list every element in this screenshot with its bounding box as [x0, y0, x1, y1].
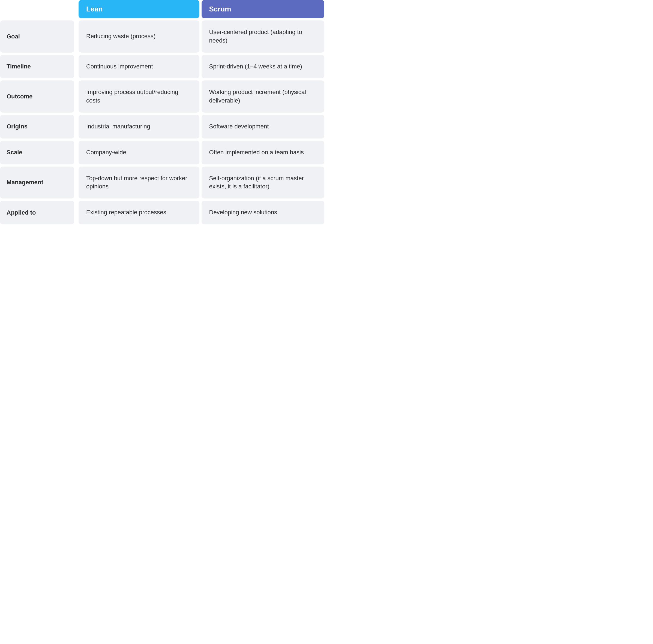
data-row-6: Applied to Existing repeatable processes…: [0, 201, 326, 224]
lean-cell-4: Company-wide: [78, 141, 199, 165]
scrum-cell-6: Developing new solutions: [201, 201, 324, 224]
scrum-cell-5: Self-organization (if a scrum master exi…: [201, 167, 324, 199]
scrum-value-1: Sprint-driven (1–4 weeks at a time): [209, 63, 302, 71]
lean-value-3: Industrial manufacturing: [86, 122, 150, 131]
data-row-5: Management Top-down but more respect for…: [0, 167, 326, 199]
lean-header-label: Lean: [86, 5, 103, 13]
data-row-1: Timeline Continuous improvement Sprint-d…: [0, 55, 326, 78]
lean-cell-2: Improving process output/reducing costs: [78, 80, 199, 113]
row-label-3: Origins: [6, 123, 28, 130]
row-label-5: Management: [6, 179, 43, 186]
data-row-2: Outcome Improving process output/reducin…: [0, 80, 326, 113]
rows-container: Goal Reducing waste (process) User-cente…: [0, 21, 326, 224]
scrum-cell-3: Software development: [201, 115, 324, 139]
scrum-value-5: Self-organization (if a scrum master exi…: [209, 174, 317, 191]
data-row-4: Scale Company-wide Often implemented on …: [0, 141, 326, 165]
data-row-0: Goal Reducing waste (process) User-cente…: [0, 21, 326, 53]
header-empty-cell: [0, 0, 76, 18]
scrum-value-6: Developing new solutions: [209, 208, 277, 217]
lean-value-5: Top-down but more respect for worker opi…: [86, 174, 192, 191]
label-cell-6: Applied to: [0, 201, 74, 224]
scrum-header-label: Scrum: [209, 5, 231, 13]
scrum-cell-1: Sprint-driven (1–4 weeks at a time): [201, 55, 324, 78]
row-label-4: Scale: [6, 149, 22, 156]
scrum-cell-4: Often implemented on a team basis: [201, 141, 324, 165]
scrum-value-0: User-centered product (adapting to needs…: [209, 28, 317, 45]
comparison-table: Lean Scrum Goal Reducing waste (process)…: [0, 0, 326, 224]
scrum-value-4: Often implemented on a team basis: [209, 148, 304, 157]
label-cell-5: Management: [0, 167, 74, 199]
scrum-value-2: Working product increment (physical deli…: [209, 88, 317, 105]
label-cell-1: Timeline: [0, 55, 74, 78]
lean-value-0: Reducing waste (process): [86, 32, 155, 41]
lean-cell-0: Reducing waste (process): [78, 21, 199, 53]
scrum-cell-0: User-centered product (adapting to needs…: [201, 21, 324, 53]
label-cell-4: Scale: [0, 141, 74, 165]
header-scrum: Scrum: [201, 0, 324, 18]
row-label-1: Timeline: [6, 63, 31, 70]
header-lean: Lean: [78, 0, 199, 18]
data-row-3: Origins Industrial manufacturing Softwar…: [0, 115, 326, 139]
scrum-value-3: Software development: [209, 122, 269, 131]
lean-cell-1: Continuous improvement: [78, 55, 199, 78]
lean-cell-3: Industrial manufacturing: [78, 115, 199, 139]
label-cell-0: Goal: [0, 21, 74, 53]
label-cell-2: Outcome: [0, 80, 74, 113]
row-label-2: Outcome: [6, 93, 32, 100]
header-row: Lean Scrum: [0, 0, 326, 18]
lean-cell-6: Existing repeatable processes: [78, 201, 199, 224]
lean-value-2: Improving process output/reducing costs: [86, 88, 192, 105]
label-cell-3: Origins: [0, 115, 74, 139]
lean-value-1: Continuous improvement: [86, 63, 153, 71]
row-label-0: Goal: [6, 33, 20, 40]
lean-value-4: Company-wide: [86, 148, 126, 157]
row-label-6: Applied to: [6, 209, 36, 216]
lean-cell-5: Top-down but more respect for worker opi…: [78, 167, 199, 199]
scrum-cell-2: Working product increment (physical deli…: [201, 80, 324, 113]
lean-value-6: Existing repeatable processes: [86, 208, 166, 217]
